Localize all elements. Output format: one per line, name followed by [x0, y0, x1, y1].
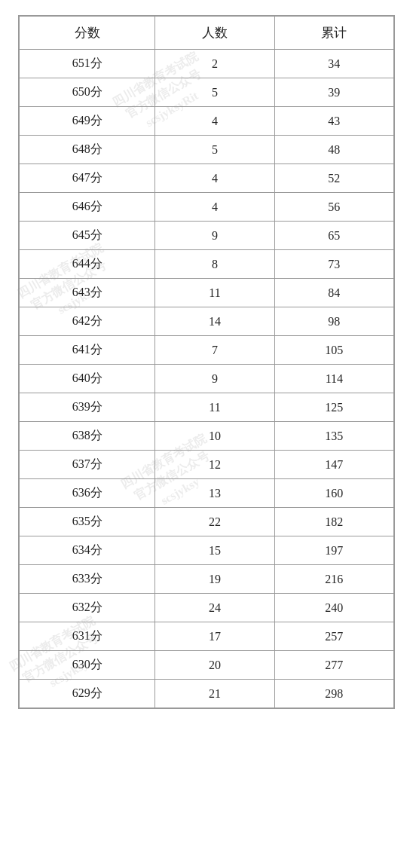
table-cell: 2: [155, 50, 274, 78]
table-cell: 114: [274, 365, 393, 393]
table-row: 641分7105: [20, 336, 394, 365]
table-cell: 125: [274, 393, 393, 422]
table-cell: 17: [155, 622, 274, 651]
table-cell: 15: [155, 536, 274, 565]
table-cell: 197: [274, 536, 393, 565]
table-cell: 5: [155, 136, 274, 164]
table-cell: 646分: [20, 193, 155, 222]
table-cell: 12: [155, 451, 274, 479]
table-cell: 14: [155, 307, 274, 336]
table-cell: 9: [155, 365, 274, 393]
table-cell: 634分: [20, 536, 155, 565]
table-cell: 147: [274, 451, 393, 479]
table-row: 645分965: [20, 222, 394, 250]
table-cell: 630分: [20, 651, 155, 680]
table-row: 632分24240: [20, 594, 394, 622]
table-row: 650分539: [20, 78, 394, 107]
table-cell: 635分: [20, 508, 155, 536]
score-table-wrapper: 分数 人数 累计 651分234650分539649分443648分548647…: [18, 15, 395, 709]
table-row: 651分234: [20, 50, 394, 78]
table-cell: 645分: [20, 222, 155, 250]
table-cell: 4: [155, 164, 274, 193]
table-cell: 105: [274, 336, 393, 365]
table-row: 643分1184: [20, 279, 394, 307]
table-cell: 648分: [20, 136, 155, 164]
table-cell: 13: [155, 479, 274, 508]
table-cell: 52: [274, 164, 393, 193]
table-row: 640分9114: [20, 365, 394, 393]
table-cell: 20: [155, 651, 274, 680]
table-cell: 642分: [20, 307, 155, 336]
table-cell: 73: [274, 250, 393, 279]
table-cell: 34: [274, 50, 393, 78]
table-cell: 24: [155, 594, 274, 622]
table-cell: 298: [274, 680, 393, 708]
table-cell: 135: [274, 422, 393, 451]
table-row: 634分15197: [20, 536, 394, 565]
table-header-row: 分数 人数 累计: [20, 17, 394, 50]
table-cell: 644分: [20, 250, 155, 279]
table-cell: 647分: [20, 164, 155, 193]
table-cell: 4: [155, 193, 274, 222]
table-cell: 56: [274, 193, 393, 222]
table-cell: 8: [155, 250, 274, 279]
table-cell: 11: [155, 279, 274, 307]
score-table: 分数 人数 累计 651分234650分539649分443648分548647…: [19, 16, 394, 708]
table-cell: 639分: [20, 393, 155, 422]
table-row: 635分22182: [20, 508, 394, 536]
table-cell: 632分: [20, 594, 155, 622]
header-count: 人数: [155, 17, 274, 50]
table-cell: 277: [274, 651, 393, 680]
table-cell: 84: [274, 279, 393, 307]
header-cumulative: 累计: [274, 17, 393, 50]
table-cell: 651分: [20, 50, 155, 78]
table-row: 630分20277: [20, 651, 394, 680]
table-row: 631分17257: [20, 622, 394, 651]
table-cell: 11: [155, 393, 274, 422]
header-score: 分数: [20, 17, 155, 50]
table-cell: 640分: [20, 365, 155, 393]
table-row: 647分452: [20, 164, 394, 193]
table-cell: 22: [155, 508, 274, 536]
table-row: 629分21298: [20, 680, 394, 708]
table-cell: 643分: [20, 279, 155, 307]
table-cell: 10: [155, 422, 274, 451]
table-cell: 21: [155, 680, 274, 708]
table-cell: 641分: [20, 336, 155, 365]
table-cell: 182: [274, 508, 393, 536]
table-cell: 637分: [20, 451, 155, 479]
table-cell: 9: [155, 222, 274, 250]
table-row: 638分10135: [20, 422, 394, 451]
table-cell: 65: [274, 222, 393, 250]
table-cell: 43: [274, 107, 393, 136]
table-cell: 636分: [20, 479, 155, 508]
table-row: 639分11125: [20, 393, 394, 422]
table-cell: 638分: [20, 422, 155, 451]
table-row: 646分456: [20, 193, 394, 222]
table-cell: 5: [155, 78, 274, 107]
table-cell: 631分: [20, 622, 155, 651]
table-cell: 48: [274, 136, 393, 164]
table-cell: 7: [155, 336, 274, 365]
table-row: 636分13160: [20, 479, 394, 508]
table-row: 642分1498: [20, 307, 394, 336]
table-cell: 649分: [20, 107, 155, 136]
table-cell: 19: [155, 565, 274, 594]
table-cell: 257: [274, 622, 393, 651]
table-cell: 629分: [20, 680, 155, 708]
table-cell: 216: [274, 565, 393, 594]
table-row: 648分548: [20, 136, 394, 164]
table-cell: 160: [274, 479, 393, 508]
table-cell: 240: [274, 594, 393, 622]
table-row: 644分873: [20, 250, 394, 279]
table-row: 637分12147: [20, 451, 394, 479]
table-row: 633分19216: [20, 565, 394, 594]
table-cell: 633分: [20, 565, 155, 594]
table-row: 649分443: [20, 107, 394, 136]
table-cell: 39: [274, 78, 393, 107]
table-cell: 650分: [20, 78, 155, 107]
table-cell: 98: [274, 307, 393, 336]
table-cell: 4: [155, 107, 274, 136]
